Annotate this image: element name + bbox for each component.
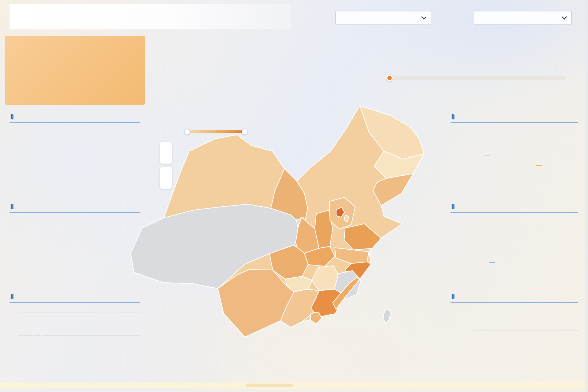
pay-type-donut[interactable] [477,123,548,194]
connector-line [530,232,536,232]
triangle-decoration [210,4,291,29]
contract-dist-bars [472,331,580,362]
kpi-total-sales [149,48,334,63]
tips-box [5,36,145,105]
china-map[interactable] [128,101,427,343]
panel-delivered-header [451,204,578,213]
dashboard-canvas [0,0,588,392]
region-taiwan [384,309,390,322]
panel-pay-type-header [451,114,578,123]
panel-customer-trend-header [10,293,140,303]
filter-region-select[interactable] [335,11,431,24]
panel-sales-trend-header [10,114,140,123]
gauge-track [386,76,565,80]
panel-icon [10,114,14,120]
customer-trend-chart[interactable] [22,310,136,361]
kpi-total-payment [149,65,334,79]
gauge-tick-marks [384,70,567,74]
connector-line [489,262,495,263]
vertical-scrollbar-track[interactable] [585,0,588,392]
customer-trend-xaxis [0,362,152,369]
chevron-down-icon [421,14,427,20]
horizontal-scrollbar-track[interactable] [0,382,588,388]
panel-contract-dist-header [451,293,578,303]
customer-trend-yaxis [0,310,20,361]
panel-icon [10,204,14,210]
panel-icon [451,114,455,120]
sales-trend-yaxis [5,129,33,180]
header-band [10,4,291,29]
horizontal-scrollbar-thumb[interactable] [246,384,293,387]
contract-dist-legend [451,312,581,331]
progress-gauge [384,53,567,83]
contract-dist-yaxis [433,310,470,365]
panel-icon [451,204,455,210]
connector-line [536,165,542,166]
sales-trend-chart[interactable] [35,129,141,180]
filter-salesman-select[interactable] [474,11,572,24]
contract-dist-xaxis [472,364,588,371]
kpi-total-customers [149,81,334,94]
gauge-tick-labels [384,62,567,69]
panel-icon [451,293,455,299]
panel-payment-trend-header [10,204,140,213]
panel-icon [10,293,14,299]
connector-line [485,155,490,155]
delivered-donut[interactable] [477,213,548,284]
payment-trend-yaxis [5,219,33,270]
gauge-knob[interactable] [386,75,393,81]
payment-trend-chart[interactable] [35,219,141,270]
chevron-down-icon [562,14,567,20]
